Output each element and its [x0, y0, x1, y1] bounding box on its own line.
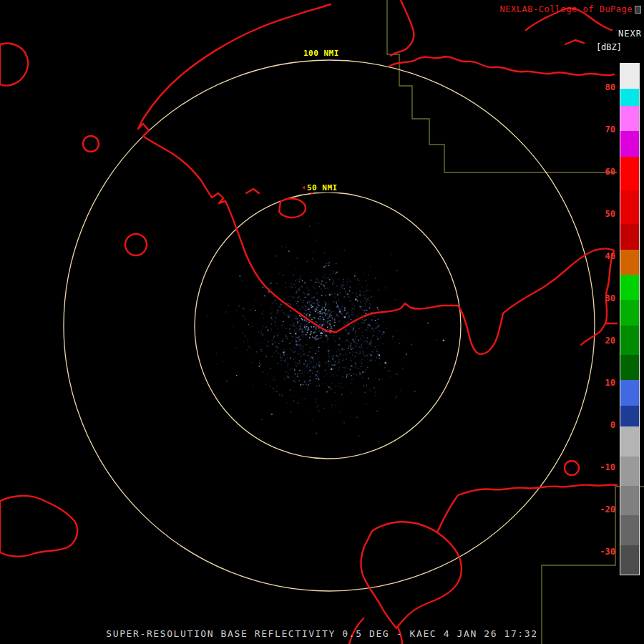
colorbar-tick: 60	[587, 167, 615, 177]
colorbar-segment	[620, 457, 639, 486]
range-ring-100nmi	[64, 60, 595, 591]
colorbar-segment	[620, 380, 639, 405]
colorbar-tick: 20	[587, 336, 615, 346]
coastline	[391, 0, 414, 56]
coastlines	[0, 0, 617, 644]
radar-map	[0, 0, 644, 644]
colorbar-segment	[620, 486, 639, 515]
range-ring-label-100nmi: 100 NMI	[301, 49, 341, 58]
island-outline	[246, 189, 259, 193]
colorbar-segment	[620, 355, 639, 380]
colorbar-segment	[620, 275, 639, 300]
colorbar-segment	[620, 545, 639, 575]
truncated-glyph	[635, 6, 641, 14]
units-label: [dBZ]	[596, 42, 622, 52]
island-outline	[279, 199, 306, 218]
colorbar-segment	[620, 131, 639, 156]
island-outline	[125, 234, 147, 255]
colorbar-tick: -10	[587, 462, 615, 472]
range-ring-50nmi	[195, 192, 461, 459]
colorbar-segment	[620, 426, 639, 456]
colorbar-segment	[620, 515, 639, 545]
range-rings	[64, 60, 595, 591]
colorbar-tick: 40	[587, 251, 615, 261]
colorbar-tick: 80	[587, 82, 615, 92]
colorbar-segment	[620, 224, 639, 249]
colorbar-tick: 0	[587, 420, 615, 430]
colorbar-segment	[620, 64, 639, 89]
radar-display: NEXLAB-College of DuPage NEXR [dBZ] 100 …	[0, 0, 644, 644]
boundary-line	[387, 0, 617, 172]
coastline	[138, 4, 614, 354]
coastline	[390, 57, 614, 75]
colorbar-segment	[620, 190, 639, 224]
colorbar-segment	[620, 326, 639, 355]
colorbar-tick: 70	[587, 125, 615, 135]
colorbar-segment	[620, 106, 639, 131]
reflectivity-colorbar	[620, 63, 640, 575]
product-name: NEXR	[618, 29, 642, 39]
colorbar-segment	[620, 157, 639, 190]
colorbar-tick: -30	[587, 547, 615, 557]
island-outline	[83, 136, 99, 152]
site-credit: NEXLAB-College of DuPage	[500, 4, 633, 14]
island-outline	[0, 43, 28, 85]
colorbar-segment	[620, 406, 639, 427]
range-ring-label-50nmi: 50 NMI	[305, 183, 340, 192]
island-outline	[0, 496, 77, 557]
colorbar-segment	[620, 250, 639, 275]
product-caption: SUPER-RESOLUTION BASE REFLECTIVITY 0.5 D…	[0, 628, 644, 639]
coastline	[565, 40, 584, 44]
colorbar-tick: -20	[587, 504, 615, 514]
colorbar-tick: 10	[587, 378, 615, 388]
colorbar-tick: 30	[587, 293, 615, 303]
island-outline	[565, 461, 579, 475]
colorbar-segment	[620, 300, 639, 325]
colorbar-segment	[620, 89, 639, 106]
colorbar-tick: 50	[587, 209, 615, 219]
island-outline	[361, 522, 462, 628]
